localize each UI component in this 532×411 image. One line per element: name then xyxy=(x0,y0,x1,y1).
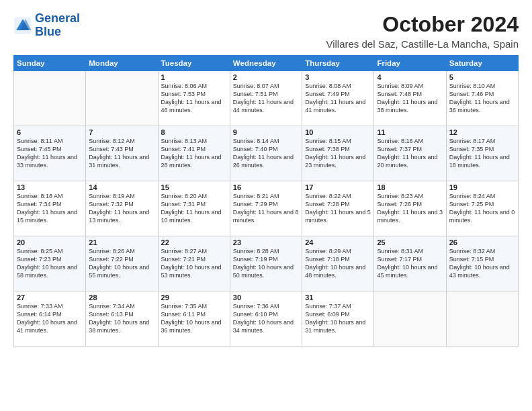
day-info: Sunrise: 8:20 AM Sunset: 7:31 PM Dayligh… xyxy=(161,192,227,225)
calendar-cell: 12Sunrise: 8:17 AM Sunset: 7:35 PM Dayli… xyxy=(446,126,518,181)
calendar-cell: 14Sunrise: 8:19 AM Sunset: 7:32 PM Dayli… xyxy=(86,181,158,236)
day-number: 20 xyxy=(17,238,83,246)
calendar-header-sunday: Sunday xyxy=(14,56,86,71)
calendar-cell: 8Sunrise: 8:13 AM Sunset: 7:41 PM Daylig… xyxy=(158,126,230,181)
day-info: Sunrise: 8:31 AM Sunset: 7:17 PM Dayligh… xyxy=(377,247,443,280)
day-number: 5 xyxy=(449,73,515,81)
day-number: 29 xyxy=(161,293,227,302)
day-number: 7 xyxy=(89,128,154,136)
calendar-cell: 13Sunrise: 8:18 AM Sunset: 7:34 PM Dayli… xyxy=(14,181,86,236)
calendar-cell: 7Sunrise: 8:12 AM Sunset: 7:43 PM Daylig… xyxy=(86,126,158,181)
calendar-table: SundayMondayTuesdayWednesdayThursdayFrid… xyxy=(13,55,519,347)
calendar-cell xyxy=(446,291,518,347)
title-block: October 2024 Villares del Saz, Castille-… xyxy=(326,12,519,50)
calendar-cell: 19Sunrise: 8:24 AM Sunset: 7:25 PM Dayli… xyxy=(446,181,518,236)
calendar-header-saturday: Saturday xyxy=(446,56,518,71)
month-title: October 2024 xyxy=(326,12,519,37)
calendar-cell: 11Sunrise: 8:16 AM Sunset: 7:37 PM Dayli… xyxy=(374,126,446,181)
day-number: 6 xyxy=(17,128,83,136)
day-number: 13 xyxy=(17,183,83,191)
day-number: 30 xyxy=(233,293,299,302)
day-info: Sunrise: 8:11 AM Sunset: 7:45 PM Dayligh… xyxy=(17,137,83,170)
calendar-cell: 31Sunrise: 7:37 AM Sunset: 6:09 PM Dayli… xyxy=(302,291,374,347)
day-info: Sunrise: 7:35 AM Sunset: 6:11 PM Dayligh… xyxy=(161,302,227,335)
day-number: 26 xyxy=(449,238,515,246)
day-number: 2 xyxy=(233,73,299,81)
calendar-cell: 27Sunrise: 7:33 AM Sunset: 6:14 PM Dayli… xyxy=(14,291,86,347)
location-title: Villares del Saz, Castille-La Mancha, Sp… xyxy=(326,38,519,50)
calendar-cell: 30Sunrise: 7:36 AM Sunset: 6:10 PM Dayli… xyxy=(230,291,302,347)
logo-line1: General xyxy=(35,12,80,26)
calendar-cell: 26Sunrise: 8:32 AM Sunset: 7:15 PM Dayli… xyxy=(446,236,518,291)
day-info: Sunrise: 8:32 AM Sunset: 7:15 PM Dayligh… xyxy=(449,247,515,280)
day-info: Sunrise: 7:37 AM Sunset: 6:09 PM Dayligh… xyxy=(305,302,371,335)
calendar-week-3: 20Sunrise: 8:25 AM Sunset: 7:23 PM Dayli… xyxy=(14,236,519,291)
day-info: Sunrise: 8:12 AM Sunset: 7:43 PM Dayligh… xyxy=(89,137,154,170)
calendar-cell: 25Sunrise: 8:31 AM Sunset: 7:17 PM Dayli… xyxy=(374,236,446,291)
page: General Blue October 2024 Villares del S… xyxy=(0,0,532,411)
calendar-cell: 18Sunrise: 8:23 AM Sunset: 7:26 PM Dayli… xyxy=(374,181,446,236)
day-number: 19 xyxy=(449,183,515,191)
calendar-header-wednesday: Wednesday xyxy=(230,56,302,71)
day-number: 27 xyxy=(17,293,83,302)
day-number: 25 xyxy=(377,238,443,246)
calendar-cell: 16Sunrise: 8:21 AM Sunset: 7:29 PM Dayli… xyxy=(230,181,302,236)
header: General Blue October 2024 Villares del S… xyxy=(13,12,519,50)
calendar-header-monday: Monday xyxy=(86,56,158,71)
logo-icon xyxy=(13,16,32,35)
calendar-cell: 3Sunrise: 8:08 AM Sunset: 7:49 PM Daylig… xyxy=(302,71,374,126)
calendar-cell: 24Sunrise: 8:29 AM Sunset: 7:18 PM Dayli… xyxy=(302,236,374,291)
day-number: 4 xyxy=(377,73,443,81)
day-info: Sunrise: 8:26 AM Sunset: 7:22 PM Dayligh… xyxy=(89,247,154,280)
day-number: 24 xyxy=(305,238,371,246)
day-info: Sunrise: 8:14 AM Sunset: 7:40 PM Dayligh… xyxy=(233,137,299,170)
calendar-cell: 29Sunrise: 7:35 AM Sunset: 6:11 PM Dayli… xyxy=(158,291,230,347)
day-number: 3 xyxy=(305,73,371,81)
day-number: 28 xyxy=(89,293,154,302)
day-info: Sunrise: 8:23 AM Sunset: 7:26 PM Dayligh… xyxy=(377,192,443,225)
day-info: Sunrise: 8:22 AM Sunset: 7:28 PM Dayligh… xyxy=(305,192,371,225)
calendar-cell: 20Sunrise: 8:25 AM Sunset: 7:23 PM Dayli… xyxy=(14,236,86,291)
day-number: 22 xyxy=(161,238,227,246)
day-number: 8 xyxy=(161,128,227,136)
day-info: Sunrise: 8:29 AM Sunset: 7:18 PM Dayligh… xyxy=(305,247,371,280)
day-number: 18 xyxy=(377,183,443,191)
calendar-cell: 9Sunrise: 8:14 AM Sunset: 7:40 PM Daylig… xyxy=(230,126,302,181)
day-number: 1 xyxy=(161,73,227,81)
calendar-header-tuesday: Tuesday xyxy=(158,56,230,71)
calendar-cell: 4Sunrise: 8:09 AM Sunset: 7:48 PM Daylig… xyxy=(374,71,446,126)
calendar-cell: 15Sunrise: 8:20 AM Sunset: 7:31 PM Dayli… xyxy=(158,181,230,236)
day-info: Sunrise: 7:36 AM Sunset: 6:10 PM Dayligh… xyxy=(233,302,299,335)
day-number: 11 xyxy=(377,128,443,136)
calendar-cell: 17Sunrise: 8:22 AM Sunset: 7:28 PM Dayli… xyxy=(302,181,374,236)
day-info: Sunrise: 8:06 AM Sunset: 7:53 PM Dayligh… xyxy=(161,82,227,115)
day-info: Sunrise: 8:28 AM Sunset: 7:19 PM Dayligh… xyxy=(233,247,299,280)
calendar-cell: 21Sunrise: 8:26 AM Sunset: 7:22 PM Dayli… xyxy=(86,236,158,291)
day-number: 23 xyxy=(233,238,299,246)
day-info: Sunrise: 8:19 AM Sunset: 7:32 PM Dayligh… xyxy=(89,192,154,225)
calendar-cell: 5Sunrise: 8:10 AM Sunset: 7:46 PM Daylig… xyxy=(446,71,518,126)
day-number: 14 xyxy=(89,183,154,191)
calendar-cell xyxy=(374,291,446,347)
day-info: Sunrise: 7:33 AM Sunset: 6:14 PM Dayligh… xyxy=(17,302,83,335)
calendar-cell: 6Sunrise: 8:11 AM Sunset: 7:45 PM Daylig… xyxy=(14,126,86,181)
day-info: Sunrise: 8:08 AM Sunset: 7:49 PM Dayligh… xyxy=(305,82,371,115)
day-info: Sunrise: 8:13 AM Sunset: 7:41 PM Dayligh… xyxy=(161,137,227,170)
day-info: Sunrise: 8:10 AM Sunset: 7:46 PM Dayligh… xyxy=(449,82,515,115)
day-info: Sunrise: 8:27 AM Sunset: 7:21 PM Dayligh… xyxy=(161,247,227,280)
calendar-cell xyxy=(14,71,86,126)
calendar-cell: 23Sunrise: 8:28 AM Sunset: 7:19 PM Dayli… xyxy=(230,236,302,291)
day-info: Sunrise: 8:24 AM Sunset: 7:25 PM Dayligh… xyxy=(449,192,515,225)
day-info: Sunrise: 8:21 AM Sunset: 7:29 PM Dayligh… xyxy=(233,192,299,225)
calendar-header-thursday: Thursday xyxy=(302,56,374,71)
logo-line2: Blue xyxy=(35,26,80,39)
calendar-week-2: 13Sunrise: 8:18 AM Sunset: 7:34 PM Dayli… xyxy=(14,181,519,236)
day-info: Sunrise: 8:18 AM Sunset: 7:34 PM Dayligh… xyxy=(17,192,83,225)
calendar-cell: 2Sunrise: 8:07 AM Sunset: 7:51 PM Daylig… xyxy=(230,71,302,126)
day-number: 31 xyxy=(305,293,371,302)
calendar-cell: 22Sunrise: 8:27 AM Sunset: 7:21 PM Dayli… xyxy=(158,236,230,291)
day-number: 10 xyxy=(305,128,371,136)
day-info: Sunrise: 8:09 AM Sunset: 7:48 PM Dayligh… xyxy=(377,82,443,115)
day-info: Sunrise: 8:07 AM Sunset: 7:51 PM Dayligh… xyxy=(233,82,299,115)
day-number: 15 xyxy=(161,183,227,191)
